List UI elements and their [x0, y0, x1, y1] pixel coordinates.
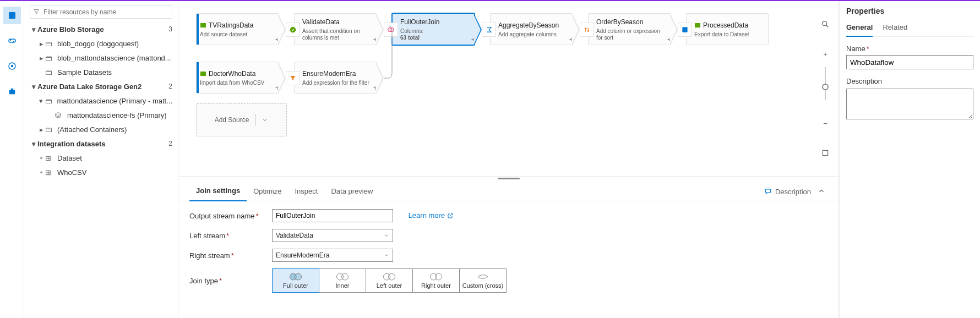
left-stream-select[interactable]: ValidateData	[272, 229, 393, 242]
svg-point-18	[384, 273, 390, 280]
zoom-controls: + −	[819, 18, 832, 176]
node-tvratingsdata[interactable]: TVRatingsData Add source dataset +	[196, 13, 279, 45]
venn-cross-icon	[475, 272, 491, 281]
resource-tree: ▾ Azure Blob Storage 3 ▸🗃blob_doggo (dog…	[24, 1, 178, 318]
join-type-left-outer[interactable]: Left outer	[366, 268, 413, 293]
tree-item-whocsv[interactable]: •⊞WhoCSV	[26, 165, 176, 179]
venn-full-icon	[287, 272, 304, 281]
node-aggregate[interactable]: AggregateBySeason Add aggregate columns …	[490, 13, 573, 45]
node-ensuremodernera[interactable]: EnsureModernEra Add expression for the f…	[294, 62, 377, 94]
svg-rect-4	[10, 89, 13, 90]
tree-item-blob3[interactable]: 🗃Sample Datasets	[26, 65, 176, 79]
add-source-button[interactable]: Add Source	[196, 103, 287, 136]
svg-rect-5	[200, 23, 206, 28]
join-type-cross[interactable]: Custom (cross)	[459, 268, 507, 293]
prop-name-input[interactable]	[846, 55, 973, 69]
sort-icon	[580, 23, 594, 37]
zoom-in-button[interactable]: +	[819, 47, 832, 61]
venn-inner-icon	[334, 272, 351, 281]
tree-item-attached[interactable]: ▸🗃(Attached Containers)	[26, 122, 176, 136]
search-icon[interactable]	[819, 18, 832, 31]
tab-inspect[interactable]: Inspect	[288, 183, 324, 201]
dataset-icon	[200, 22, 206, 29]
comment-icon	[764, 188, 772, 195]
external-link-icon	[447, 212, 454, 219]
nav-data-icon[interactable]	[3, 7, 21, 24]
collapse-panel-button[interactable]	[815, 187, 827, 196]
dataset-icon	[200, 70, 206, 77]
properties-panel: Properties General Related Name* Descrip…	[839, 1, 980, 318]
join-type-label: Join type*	[189, 277, 272, 285]
connector-line	[383, 26, 393, 81]
dataflow-canvas[interactable]: TVRatingsData Add source dataset + Valid…	[178, 1, 839, 176]
learn-more-link[interactable]: Learn more	[409, 211, 454, 220]
tab-join-settings[interactable]: Join settings	[189, 182, 247, 201]
right-stream-select[interactable]: EnsureModernEra	[272, 249, 393, 262]
filter-icon	[33, 8, 40, 15]
fit-screen-button[interactable]	[819, 146, 832, 160]
tree-group-intds[interactable]: ▾ Integration datasets 2	[26, 136, 176, 151]
node-validatedata[interactable]: ValidateData Assert that condition on co…	[294, 13, 377, 45]
filter-icon	[286, 71, 300, 85]
join-type-full-outer[interactable]: Full outer	[272, 268, 319, 293]
svg-rect-9	[682, 27, 687, 32]
tab-general[interactable]: General	[846, 20, 873, 37]
sink-icon	[678, 23, 692, 37]
nav-monitor-icon[interactable]	[3, 57, 21, 75]
venn-right-icon	[428, 272, 444, 281]
prop-desc-label: Description	[846, 77, 973, 85]
nav-rail	[0, 1, 24, 318]
node-processeddata[interactable]: ProcessedData Export data to Dataset	[686, 13, 769, 45]
svg-point-16	[337, 273, 344, 280]
tree-group-blob[interactable]: ▾ Azure Blob Storage 3	[26, 22, 176, 36]
tree-item-blob1[interactable]: ▸🗃blob_doggo (doggoquest)	[26, 36, 176, 51]
svg-point-17	[342, 273, 349, 280]
tree-item-dataset[interactable]: •⊞Dataset	[26, 151, 176, 165]
tree-group-adls[interactable]: ▾ Azure Data Lake Storage Gen2 2	[26, 79, 176, 94]
node-fullouterjoin[interactable]: FullOuterJoin Columns:63 total +	[392, 13, 475, 45]
svg-point-20	[431, 273, 437, 280]
node-orderbyseason[interactable]: OrderBySeason Add column or expression f…	[588, 13, 671, 45]
zoom-out-button[interactable]: −	[819, 117, 832, 130]
nav-manage-icon[interactable]	[3, 83, 21, 100]
tree-label: Azure Blob Storage	[37, 25, 104, 34]
zoom-slider[interactable]	[825, 67, 826, 100]
assert-icon	[286, 23, 300, 37]
svg-point-19	[389, 273, 395, 280]
chevron-down-icon	[384, 233, 389, 238]
svg-rect-0	[9, 12, 15, 19]
prop-name-label: Name*	[846, 45, 973, 53]
tree-label: Integration datasets	[37, 140, 106, 148]
tree-item-adls1[interactable]: ▾🗃mattondatascience (Primary - matt...	[26, 94, 176, 108]
description-toggle[interactable]: Description	[760, 188, 815, 196]
chevron-down-icon	[384, 253, 389, 258]
tab-related[interactable]: Related	[883, 20, 907, 36]
aggregate-icon	[482, 23, 496, 37]
join-type-inner[interactable]: Inner	[319, 268, 366, 293]
tree-item-blob2[interactable]: ▸🗃blob_mattondatascience (mattond...	[26, 51, 176, 65]
output-stream-label: Output stream name*	[189, 212, 272, 220]
chevron-down-icon[interactable]	[255, 114, 268, 126]
tree-item-adls1a[interactable]: ⛁mattondatascience-fs (Primary)	[26, 108, 176, 122]
right-stream-label: Right stream*	[189, 251, 272, 260]
output-stream-input[interactable]	[272, 209, 393, 222]
prop-desc-textarea[interactable]	[846, 89, 973, 119]
venn-left-icon	[381, 272, 398, 281]
filter-resources-input[interactable]	[30, 6, 172, 19]
tree-label: Azure Data Lake Storage Gen2	[37, 83, 141, 91]
node-doctorwhodata[interactable]: DoctorWhoData Import data from WhoCSV +	[196, 62, 279, 94]
left-stream-label: Left stream*	[189, 232, 272, 240]
svg-rect-11	[200, 72, 206, 76]
svg-point-21	[435, 273, 442, 280]
properties-title: Properties	[846, 7, 973, 15]
tab-data-preview[interactable]: Data preview	[324, 183, 379, 201]
svg-point-6	[290, 27, 296, 33]
tab-optimize[interactable]: Optimize	[247, 183, 288, 201]
join-type-right-outer[interactable]: Right outer	[412, 268, 460, 293]
svg-rect-3	[9, 90, 15, 95]
svg-point-15	[295, 273, 302, 280]
svg-rect-13	[823, 150, 827, 155]
svg-point-12	[823, 21, 827, 26]
settings-panel: Join settings Optimize Inspect Data prev…	[178, 176, 839, 318]
nav-link-icon[interactable]	[3, 32, 21, 50]
